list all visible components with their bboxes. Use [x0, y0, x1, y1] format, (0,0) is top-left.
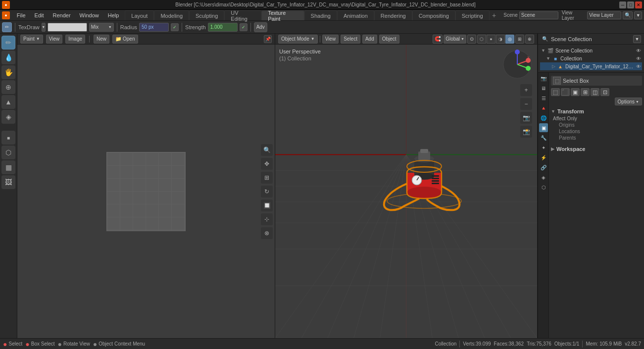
select-btn[interactable]: Select — [341, 35, 360, 44]
add-workspace-button[interactable]: + — [490, 10, 499, 20]
tab-scripting[interactable]: Scripting — [455, 10, 490, 20]
menu-edit[interactable]: Edit — [31, 11, 48, 19]
outliner-search-btn[interactable]: 🔍 — [541, 35, 549, 43]
menu-render[interactable]: Render — [49, 11, 75, 19]
blender-menu-logo[interactable]: ● — [2, 11, 10, 19]
paint-new-btn[interactable]: New — [94, 35, 109, 44]
view-layer-prop-icon[interactable]: ☰ — [539, 94, 548, 102]
maximize-button[interactable]: □ — [627, 1, 634, 8]
vp-camera2[interactable]: 📸 — [520, 126, 532, 138]
outliner-object[interactable]: ▷ ▲ Digital_Car_Tyre_Inflator_12V_DC_obj… — [540, 62, 642, 70]
global-btn[interactable]: Global ▼ — [444, 35, 466, 44]
paint-open-btn[interactable]: 📁 Open — [112, 35, 138, 44]
scene-prop-icon[interactable]: 🔺 — [539, 103, 548, 112]
paint-canvas[interactable]: 🔍 ✥ ⊞ ↻ 🔲 ⊹ ⊗ — [17, 45, 275, 338]
radius-input[interactable]: 50 px — [139, 23, 169, 32]
filter-button[interactable]: ▼ — [634, 11, 642, 19]
mask-tool[interactable]: ◈ — [1, 110, 15, 124]
object-eye[interactable]: 👁 — [636, 64, 641, 69]
draw-tool[interactable]: ✏ — [1, 36, 15, 50]
scene-collection-eye[interactable]: 👁 — [636, 48, 641, 53]
object-mode-btn[interactable]: Object Mode ▼ — [278, 35, 318, 44]
fill-tool[interactable]: ▲ — [1, 95, 15, 109]
brush-type-dropdown[interactable]: ▼ — [42, 23, 46, 32]
color-preview[interactable] — [48, 23, 87, 32]
paint-mode-btn[interactable]: Paint ▼ — [20, 35, 43, 44]
proportional-edit-btn[interactable]: ⊙ — [467, 35, 476, 44]
menu-window[interactable]: Window — [76, 11, 103, 19]
paint-image-btn[interactable]: Image — [65, 35, 85, 44]
solid-btn[interactable]: ● — [487, 35, 495, 44]
display-btn-2[interactable]: ⬛ — [561, 88, 570, 96]
menu-help[interactable]: Help — [104, 11, 123, 19]
outliner-filter-btn[interactable]: ▼ — [633, 35, 641, 43]
tab-texture-paint[interactable]: Texture Paint — [261, 10, 304, 20]
output-prop-icon[interactable]: 🖥 — [539, 84, 548, 93]
tab-animation[interactable]: Animation — [337, 10, 374, 20]
collection-eye[interactable]: 👁 — [636, 56, 641, 61]
menu-file[interactable]: File — [13, 11, 30, 19]
paint-view-btn[interactable]: View — [46, 35, 63, 44]
render-prop-icon[interactable]: 📷 — [539, 74, 548, 83]
gizmo-btn[interactable]: ⊕ — [525, 35, 534, 44]
wireframe-btn[interactable]: ⬡ — [477, 35, 486, 44]
color-tool[interactable]: ■ — [1, 131, 15, 145]
view-layer-input[interactable]: View Layer — [587, 11, 621, 19]
viewport-canvas[interactable]: User Perspective (1) Collection X Y — [275, 45, 537, 338]
object-prop-icon[interactable]: ▣ — [539, 123, 548, 132]
tab-sculpting[interactable]: Sculpting — [189, 10, 224, 20]
strength-input[interactable]: 1.000 — [208, 23, 238, 32]
outliner-collection[interactable]: ▼ ■ Collection 👁 — [540, 54, 642, 62]
data-prop-icon[interactable]: ◈ — [539, 173, 548, 182]
add-btn[interactable]: Add — [362, 35, 377, 44]
display-btn-6[interactable]: ⊡ — [600, 88, 609, 96]
tab-rendering[interactable]: Rendering — [374, 10, 412, 20]
search-button[interactable]: 🔍 — [623, 11, 633, 19]
gradient-tool[interactable]: ▦ — [1, 160, 15, 174]
zoom-fit-btn[interactable]: ⊞ — [261, 172, 273, 184]
tab-modeling[interactable]: Modeling — [154, 10, 189, 20]
vp-zoom-in[interactable]: + — [520, 84, 532, 96]
vp-zoom-out[interactable]: − — [520, 98, 532, 110]
palette-tool[interactable]: ⬡ — [1, 146, 15, 159]
view3d-btn[interactable]: 🔲 — [261, 199, 273, 211]
tab-layout[interactable]: Layout — [125, 10, 154, 20]
rotate-btn[interactable]: ↻ — [261, 186, 273, 198]
physics-prop-icon[interactable]: ⚡ — [539, 153, 548, 162]
pin-button[interactable]: 📌 — [264, 35, 272, 43]
blend-mode-select[interactable]: Mix ▼ — [89, 23, 114, 32]
pivot-btn[interactable]: ⊗ — [261, 227, 273, 239]
view-btn[interactable]: View — [322, 35, 339, 44]
strength-checkmark[interactable]: ✓ — [240, 23, 248, 31]
tab-shading[interactable]: Shading — [304, 10, 337, 20]
particles-prop-icon[interactable]: ✦ — [539, 143, 548, 152]
pan-btn[interactable]: ✥ — [261, 158, 273, 170]
world-prop-icon[interactable]: 🌐 — [539, 113, 548, 122]
soften-tool[interactable]: 💧 — [1, 50, 15, 64]
transform-section-header[interactable]: ▼ Transform — [551, 107, 642, 115]
scene-input[interactable]: Scene — [519, 11, 558, 19]
modifiers-prop-icon[interactable]: 🔧 — [539, 133, 548, 142]
overlay-btn[interactable]: ⊞ — [515, 35, 524, 44]
material-prop-icon[interactable]: ⬡ — [539, 183, 548, 192]
tab-compositing[interactable]: Compositing — [412, 10, 455, 20]
options-btn[interactable]: Options ▼ — [615, 98, 642, 105]
brush-tool-button[interactable]: ✏ — [2, 22, 12, 32]
display-btn-4[interactable]: ⊞ — [581, 88, 590, 96]
cursor-btn[interactable]: ⊹ — [261, 213, 273, 225]
object-btn[interactable]: Object — [379, 35, 399, 44]
display-btn-1[interactable]: ⬚ — [551, 88, 560, 96]
vp-camera[interactable]: 📷 — [520, 112, 532, 124]
outliner-scene-collection[interactable]: ▼ 🎬 Scene Collection 👁 — [540, 47, 642, 54]
constraints-prop-icon[interactable]: 🔗 — [539, 163, 548, 172]
minimize-button[interactable]: ─ — [619, 1, 626, 8]
zoom-in-btn[interactable]: 🔍 — [261, 144, 273, 156]
display-btn-5[interactable]: ◫ — [591, 88, 599, 96]
adv-button[interactable]: Adv — [254, 22, 267, 32]
workspace-section-header[interactable]: ▶ Workspace — [551, 145, 642, 153]
gizmo[interactable]: X Y Z — [502, 50, 532, 79]
image-tool[interactable]: 🖼 — [1, 175, 15, 189]
radius-checkmark[interactable]: ✓ — [171, 23, 179, 31]
snap-btn[interactable]: 🧲 — [433, 35, 443, 44]
clone-tool[interactable]: ⊕ — [1, 80, 15, 94]
